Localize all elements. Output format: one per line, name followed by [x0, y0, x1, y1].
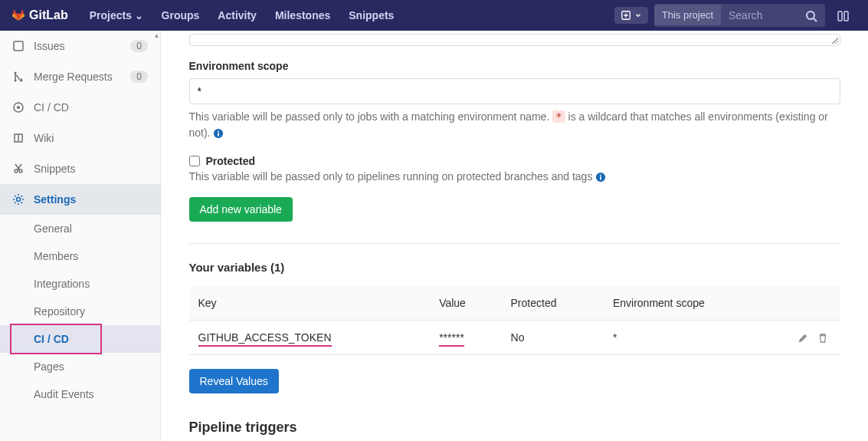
rocket-icon [12, 101, 25, 114]
new-button[interactable] [614, 7, 648, 24]
table-header-row: Key Value Protected Environment scope [189, 286, 840, 321]
th-key: Key [189, 286, 431, 321]
th-scope: Environment scope [604, 286, 779, 321]
var-key: GITHUB_ACCESS_TOKEN [198, 331, 332, 347]
sidebar-item-cicd[interactable]: CI / CD [0, 92, 160, 123]
sidebar-item-wiki[interactable]: Wiki [0, 123, 160, 153]
plus-icon [621, 10, 631, 21]
svg-point-12 [17, 198, 21, 202]
env-scope-input[interactable] [189, 78, 840, 104]
nav-projects[interactable]: Projects [82, 5, 151, 26]
protected-checkbox[interactable] [189, 156, 200, 166]
svg-point-5 [15, 72, 17, 74]
svg-point-14 [218, 131, 220, 133]
sidebar-label: Settings [34, 193, 148, 206]
info-icon[interactable] [595, 170, 606, 183]
env-scope-label: Environment scope [189, 60, 840, 72]
divider [189, 243, 840, 244]
sidebar-sub-cicd[interactable]: CI / CD [0, 325, 160, 353]
svg-rect-3 [844, 12, 848, 21]
brand-logo[interactable]: GitLab [12, 8, 68, 22]
sidebar-label: Issues [34, 40, 121, 52]
delete-button[interactable] [814, 328, 831, 347]
navbar-links: Projects Groups Activity Milestones Snip… [82, 5, 402, 26]
sidebar-label: Snippets [34, 163, 148, 175]
scissors-icon [12, 163, 25, 175]
search-box: This project [654, 4, 825, 26]
wildcard-chip: * [552, 110, 565, 123]
search-scope[interactable]: This project [654, 5, 721, 25]
panels-icon [837, 10, 850, 22]
sidebar-sub-integrations[interactable]: Integrations [0, 270, 160, 298]
svg-point-6 [15, 80, 17, 82]
th-value: Value [430, 286, 501, 321]
sidebar-sub-members[interactable]: Members [0, 242, 160, 270]
gear-icon [12, 193, 25, 206]
gitlab-logo-icon [12, 9, 25, 21]
book-icon [12, 132, 25, 144]
issues-icon [12, 40, 25, 52]
scroll-up-arrow: ▴ [155, 31, 159, 39]
sidebar-badge: 0 [130, 71, 148, 83]
svg-point-7 [21, 80, 23, 82]
sidebar-sub-general[interactable]: General [0, 215, 160, 242]
search-icon [805, 10, 817, 22]
svg-rect-2 [838, 12, 842, 21]
nav-snippets[interactable]: Snippets [341, 5, 401, 26]
your-variables-title: Your variables (1) [189, 261, 840, 274]
table-row: GITHUB_ACCESS_TOKEN ****** No * [189, 321, 840, 355]
sidebar-item-merge-requests[interactable]: Merge Requests 0 [0, 61, 160, 92]
svg-rect-15 [218, 133, 220, 136]
svg-rect-4 [14, 41, 23, 51]
info-icon[interactable] [213, 127, 224, 139]
merge-icon [12, 71, 25, 83]
pencil-icon [798, 333, 808, 344]
sidebar-sub-audit[interactable]: Audit Events [0, 380, 160, 408]
sidebar-item-settings[interactable]: Settings [0, 184, 160, 215]
nav-activity[interactable]: Activity [210, 5, 264, 26]
sidebar-badge: 0 [130, 40, 148, 52]
th-protected: Protected [502, 286, 604, 321]
sidebar-label: Wiki [34, 132, 148, 144]
sidebar-item-issues[interactable]: Issues 0 [0, 31, 160, 61]
var-protected: No [502, 321, 604, 355]
search-input[interactable] [721, 5, 798, 26]
var-value: ****** [439, 331, 464, 347]
sidebar-sub-repository[interactable]: Repository [0, 298, 160, 325]
add-variable-button[interactable]: Add new variable [189, 197, 293, 222]
sidebar-label: CI / CD [34, 101, 148, 114]
sidebar-toggle-button[interactable] [831, 4, 856, 26]
brand-text: GitLab [29, 8, 68, 22]
main-content: Environment scope This variable will be … [161, 31, 868, 441]
svg-point-17 [600, 175, 601, 176]
nav-groups[interactable]: Groups [154, 5, 208, 26]
reveal-values-button[interactable]: Reveal Values [189, 369, 279, 393]
protected-label: Protected [206, 155, 256, 167]
protected-help: This variable will be passed only to pip… [189, 169, 840, 185]
svg-point-9 [17, 106, 20, 109]
sidebar-label: Merge Requests [34, 71, 121, 83]
env-scope-help: This variable will be passed only to job… [189, 109, 840, 141]
nav-milestones[interactable]: Milestones [267, 5, 338, 26]
chevron-down-icon [634, 10, 642, 21]
navbar: GitLab Projects Groups Activity Mileston… [0, 0, 868, 31]
svg-rect-18 [600, 176, 601, 179]
edit-button[interactable] [794, 328, 811, 347]
var-scope: * [604, 321, 779, 355]
value-textarea-bottom[interactable] [189, 34, 840, 46]
svg-point-1 [807, 12, 814, 19]
search-icon-button[interactable] [798, 4, 825, 26]
sidebar-sub-pages[interactable]: Pages [0, 353, 160, 380]
variables-table: Key Value Protected Environment scope GI… [189, 286, 840, 355]
sidebar: ▴ Issues 0 Merge Requests 0 CI / CD Wiki… [0, 31, 161, 441]
sidebar-item-snippets[interactable]: Snippets [0, 153, 160, 184]
pipeline-triggers-title: Pipeline triggers [189, 420, 840, 436]
trash-icon [817, 333, 828, 344]
